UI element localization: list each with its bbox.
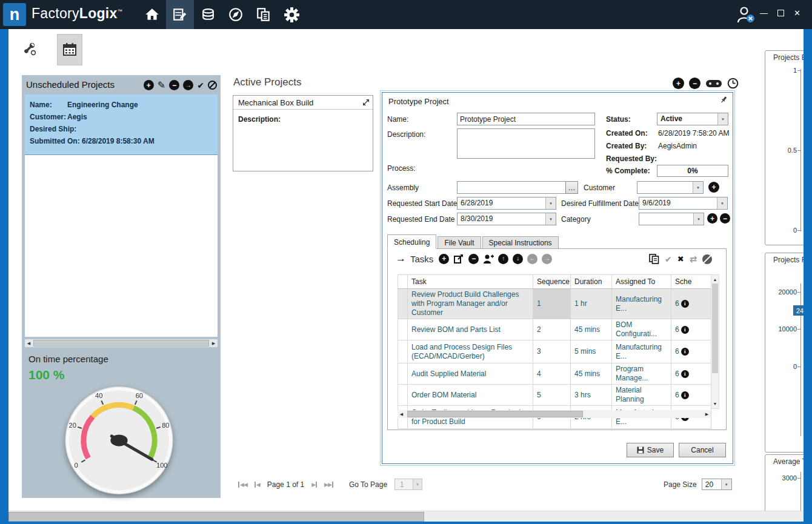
clock-icon[interactable] (727, 78, 739, 89)
next-page-button[interactable]: ▶ (311, 482, 317, 488)
project-card-mechanical-box-build[interactable]: Mechanical Box Build Description: (233, 95, 373, 171)
accept-icon[interactable]: ✔ (197, 81, 204, 90)
chevron-down-icon[interactable]: ▼ (717, 113, 728, 125)
nav-materials[interactable] (194, 0, 222, 29)
scrollbar-thumb[interactable] (712, 284, 718, 373)
customer-select[interactable]: ▼ (637, 181, 704, 194)
assembly-input[interactable] (457, 181, 566, 194)
scroll-left-icon[interactable]: ◀ (25, 339, 33, 347)
info-icon[interactable]: i (681, 391, 689, 399)
nav-documents[interactable] (250, 0, 278, 29)
nav-settings[interactable] (278, 0, 305, 29)
expand-icon[interactable] (362, 99, 370, 106)
nav-home[interactable] (138, 0, 166, 29)
scrollbar-thumb[interactable] (8, 512, 424, 522)
task-row[interactable]: Order BOM Material 5 3 hrs Material Plan… (398, 385, 711, 406)
nav-tracking[interactable] (222, 0, 250, 29)
add-project-icon[interactable]: + (144, 80, 154, 90)
scroll-left-icon[interactable]: ◀ (398, 410, 405, 418)
requested-start-date[interactable]: 6/28/2019 ▼ (457, 197, 556, 210)
col-sequence[interactable]: Sequence (533, 275, 571, 289)
remove-task-icon[interactable]: − (468, 254, 479, 264)
edit-pencil-icon[interactable]: ✎ (158, 81, 165, 90)
page-size-select[interactable]: 20 ▼ (702, 479, 732, 490)
nav-projects[interactable] (166, 0, 194, 29)
chevron-down-icon[interactable]: ▼ (413, 479, 422, 489)
remove-category-icon[interactable]: − (720, 213, 730, 224)
col-assigned[interactable]: Assigned To (612, 275, 671, 289)
chevron-down-icon[interactable]: ▼ (545, 213, 556, 225)
add-customer-icon[interactable]: + (708, 182, 719, 193)
tab-scheduling[interactable]: Scheduling (387, 234, 436, 249)
scrollbar-thumb[interactable] (33, 340, 209, 347)
chevron-down-icon[interactable]: ▼ (545, 197, 556, 209)
move-task-up-icon[interactable]: ↑ (498, 254, 508, 264)
move-task-down-icon[interactable]: ↓ (513, 254, 523, 264)
move-project-icon[interactable]: → (183, 80, 193, 90)
first-page-button[interactable]: ◀◀ (238, 482, 247, 488)
chevron-down-icon[interactable]: ▼ (717, 197, 727, 209)
chevron-down-icon[interactable]: ▼ (693, 182, 703, 193)
row-selector[interactable] (398, 289, 408, 319)
scroll-down-icon[interactable]: ▼ (711, 400, 719, 408)
pin-icon[interactable] (720, 96, 728, 104)
task-row[interactable]: Audit Supplied Material 4 45 mins Progra… (398, 363, 711, 385)
desired-fulfillment-date[interactable]: 9/6/2019 ▼ (639, 197, 728, 210)
user-button[interactable] (736, 5, 755, 27)
table-vertical-scrollbar[interactable]: ▲ ▼ (711, 274, 719, 409)
window-horizontal-scrollbar[interactable] (8, 511, 804, 522)
tab-file-vault[interactable]: File Vault (438, 236, 481, 249)
info-icon[interactable]: i (681, 370, 689, 378)
clear-icon[interactable] (702, 254, 712, 264)
minimize-button[interactable]: — (760, 8, 768, 18)
table-horizontal-scrollbar[interactable]: ◀ ▶ (398, 410, 711, 418)
requested-end-date[interactable]: 8/30/2019 ▼ (457, 213, 556, 225)
tab-scheduler[interactable] (57, 34, 82, 65)
category-select[interactable]: ▼ (639, 213, 704, 225)
close-button[interactable]: ✕ (794, 8, 800, 18)
chevron-down-icon[interactable]: ▼ (721, 479, 731, 489)
add-active-project-icon[interactable]: + (673, 78, 684, 89)
assign-person-icon[interactable] (483, 254, 494, 264)
remove-active-project-icon[interactable]: − (689, 78, 701, 89)
col-scheduled[interactable]: Sche (671, 275, 711, 289)
row-selector[interactable] (398, 319, 408, 340)
description-input[interactable] (457, 128, 595, 159)
goto-page-input[interactable]: 1 ▼ (394, 479, 422, 490)
scroll-right-icon[interactable]: ▶ (703, 410, 711, 418)
indent-task-left-icon[interactable]: ← (527, 254, 537, 264)
list-horizontal-scrollbar[interactable]: ◀ ▶ (25, 339, 218, 347)
chevron-down-icon[interactable]: ▼ (693, 213, 704, 225)
add-category-icon[interactable]: + (707, 213, 717, 224)
scrollbar-thumb[interactable] (407, 411, 583, 417)
info-icon[interactable]: i (681, 326, 689, 334)
unscheduled-project-item[interactable]: Name:Engineering Change Customer:Aegis D… (25, 95, 218, 155)
task-row[interactable]: Review BOM and Parts List 2 45 mins BOM … (398, 319, 711, 340)
cancel-button[interactable]: Cancel (679, 443, 726, 457)
tab-tools[interactable] (17, 35, 41, 62)
indent-task-right-icon[interactable]: → (542, 254, 552, 264)
export-task-icon[interactable] (453, 253, 464, 264)
shuffle-icon[interactable]: ⇄ (690, 254, 697, 264)
confirm-icon[interactable]: ✔ (665, 255, 672, 264)
delete-x-icon[interactable]: ✖ (677, 255, 684, 263)
info-icon[interactable]: i (681, 348, 689, 356)
remove-project-icon[interactable]: − (169, 80, 179, 90)
row-selector[interactable] (398, 385, 408, 406)
scroll-right-icon[interactable]: ▶ (210, 339, 218, 347)
task-row[interactable]: Load and Process Design Files (ECAD/MCAD… (398, 340, 711, 363)
status-select[interactable]: Active ▼ (657, 113, 728, 125)
maximize-button[interactable] (777, 10, 784, 16)
scroll-up-icon[interactable]: ▲ (711, 276, 719, 284)
name-input[interactable] (457, 113, 595, 125)
add-task-icon[interactable]: + (439, 254, 449, 264)
last-page-button[interactable]: ▶▶ (324, 482, 333, 488)
col-task[interactable]: Task (408, 275, 533, 289)
row-selector[interactable] (398, 363, 408, 385)
complete-input[interactable] (657, 165, 728, 177)
cancel-slash-icon[interactable] (208, 81, 217, 90)
assembly-browse-button[interactable]: … (565, 181, 578, 194)
previous-page-button[interactable]: ◀ (255, 482, 260, 488)
tab-special-instructions[interactable]: Special Instructions (482, 236, 559, 249)
task-row[interactable]: Review Product Build Challenges with Pro… (398, 289, 711, 319)
